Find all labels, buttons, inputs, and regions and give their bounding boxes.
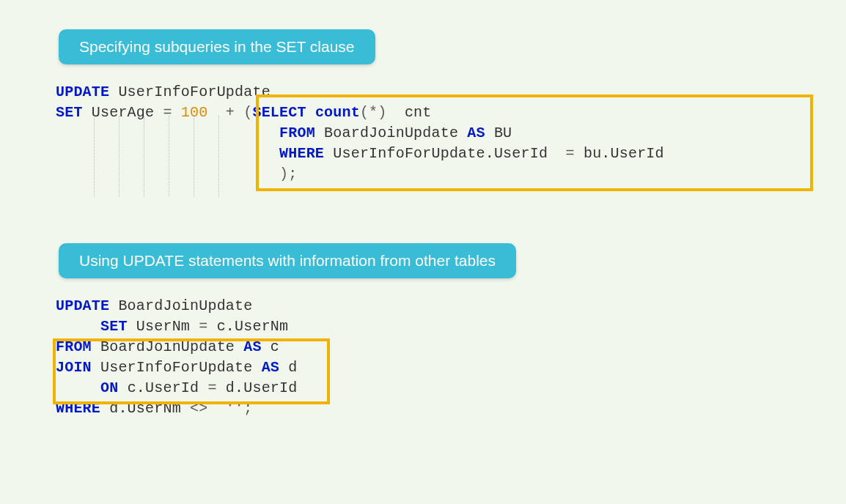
count-args: (*): [360, 104, 387, 121]
paren-close-semi: );: [279, 166, 297, 182]
id-userage: UserAge: [92, 104, 154, 121]
str-empty: '': [226, 400, 243, 417]
kw-update: UPDATE: [56, 84, 109, 100]
kw-set: SET: [56, 104, 83, 121]
id-c-usernm: c.UserNm: [217, 318, 289, 335]
id-d: d: [288, 359, 297, 376]
section-1-heading: Specifying subqueries in the SET clause: [59, 29, 375, 64]
id-boardjoinupdate: BoardJoinUpdate: [324, 125, 458, 141]
kw-from-2: FROM: [56, 338, 92, 355]
id-bu-userid: bu.UserId: [584, 145, 664, 162]
kw-where: WHERE: [279, 145, 324, 162]
id-bu: BU: [494, 125, 512, 141]
kw-on: ON: [100, 379, 118, 396]
section-2-heading: Using UPDATE statements with information…: [59, 243, 516, 278]
id-cnt: cnt: [405, 104, 432, 121]
id-boardjoinupdate-c: BoardJoinUpdate: [100, 338, 235, 355]
kw-join: JOIN: [56, 359, 92, 376]
kw-as: AS: [467, 125, 485, 141]
section-1: Specifying subqueries in the SET clause …: [51, 29, 795, 185]
id-d-usernm: d.UserNm: [109, 400, 181, 417]
id-userinfoforupdate: UserInfoForUpdate: [118, 84, 270, 100]
semi-2: ;: [243, 400, 252, 417]
kw-set-2: SET: [100, 318, 128, 335]
op-eq-2: =: [199, 318, 207, 335]
op-plus: +: [226, 104, 235, 121]
kw-select: SELECT: [252, 104, 306, 121]
num-100: 100: [181, 104, 208, 121]
section-2: Using UPDATE statements with information…: [51, 243, 795, 419]
kw-as-d: AS: [262, 359, 279, 376]
id-d-userid: d.UserId: [226, 379, 298, 396]
id-userinfoforupdate-d: UserInfoForUpdate: [100, 359, 252, 376]
op-eq-on: =: [207, 379, 216, 396]
id-c: c: [271, 338, 279, 355]
op-neq: <>: [190, 400, 207, 417]
page-container: Specifying subqueries in the SET clause …: [0, 0, 846, 492]
id-boardjoinupdate-2: BoardJoinUpdate: [118, 297, 252, 314]
kw-as-c: AS: [243, 338, 261, 355]
id-usernm: UserNm: [136, 318, 190, 335]
kw-update-2: UPDATE: [56, 297, 109, 314]
code-block-2: UPDATE BoardJoinUpdate SET UserNm = c.Us…: [51, 294, 795, 419]
paren-open: (: [243, 104, 252, 121]
kw-count: count: [315, 104, 360, 121]
code-block-1: UPDATE UserInfoForUpdate SET UserAge = 1…: [51, 81, 795, 185]
kw-where-2: WHERE: [56, 400, 100, 417]
op-eq: =: [163, 104, 172, 121]
id-userinfoforupdate-userid: UserInfoForUpdate.UserId: [333, 145, 548, 162]
kw-from: FROM: [279, 125, 315, 141]
op-eq2: =: [566, 145, 575, 162]
id-c-userid: c.UserId: [128, 379, 199, 396]
